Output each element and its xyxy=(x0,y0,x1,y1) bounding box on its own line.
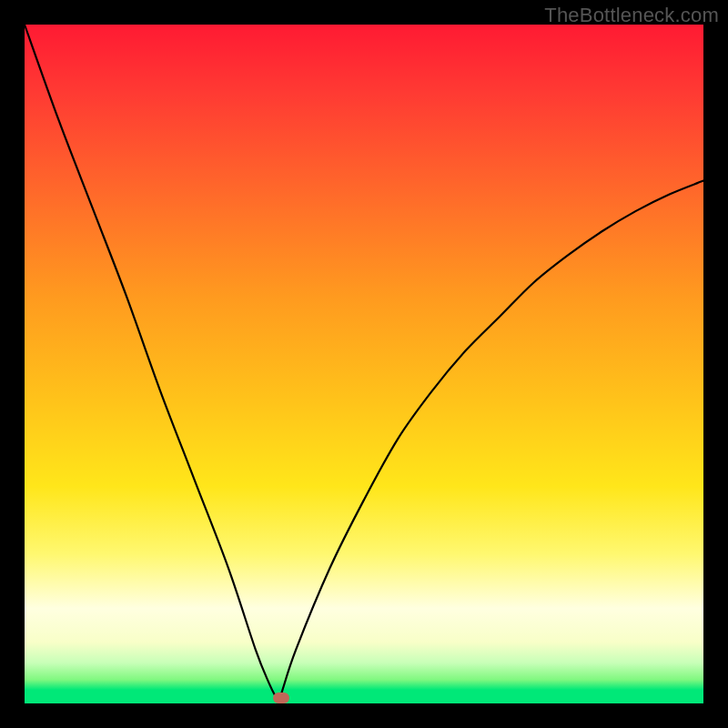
chart-frame: TheBottleneck.com xyxy=(0,0,728,728)
bottleneck-curve xyxy=(25,25,703,701)
min-marker xyxy=(273,693,289,703)
curve-svg xyxy=(25,25,703,703)
plot-area xyxy=(25,25,703,703)
